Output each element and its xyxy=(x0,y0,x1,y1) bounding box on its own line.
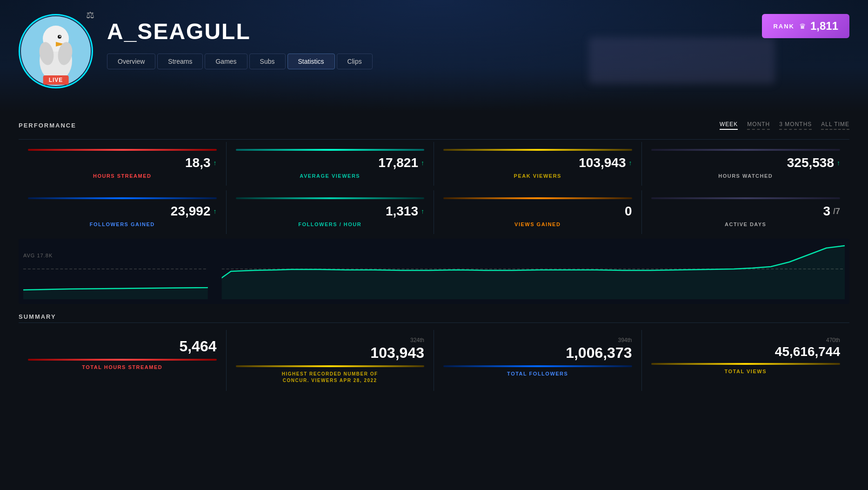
val-avg-viewers: 17,821 ↑ xyxy=(236,155,425,170)
chart-svg xyxy=(23,243,845,299)
trend-up-icon: ↑ xyxy=(421,208,424,215)
live-badge: LIVE xyxy=(43,75,69,85)
svg-point-5 xyxy=(60,36,61,37)
val-total-hours: 5,464 xyxy=(28,338,217,355)
label-active-days: ACTIVE DAYS xyxy=(651,222,841,227)
val-total-followers: 1,006,373 xyxy=(443,344,632,362)
streamer-name: A_SEAGULL xyxy=(107,19,373,44)
chart-avg-label: AVG 17.8K xyxy=(23,253,53,258)
trend-up-icon: ↑ xyxy=(214,159,217,167)
rank-total-views: 470th xyxy=(651,337,841,343)
rank-peak-viewers: 324th xyxy=(236,337,425,343)
bar-hours-watched xyxy=(651,149,841,151)
val-total-views: 45,616,744 xyxy=(651,344,841,359)
label-total-followers: TOTAL FOLLOWERS xyxy=(443,371,632,376)
val-followers-gained: 23,992 ↑ xyxy=(28,204,217,219)
trend-up-icon: ↑ xyxy=(421,159,424,167)
banner-blur xyxy=(589,37,775,84)
label-summary-peak: HIGHEST RECORDED NUMBER OFCONCUR. VIEWER… xyxy=(236,371,425,384)
avatar-wrapper: LIVE xyxy=(19,14,93,88)
bar-followers-gained xyxy=(28,197,217,199)
stat-peak-viewers: 103,943 ↑ PEAK VIEWERS xyxy=(434,142,642,186)
summary-title: SUMMARY xyxy=(19,313,849,320)
performance-chart: AVG 17.8K xyxy=(19,239,849,304)
bar-followers-per-hour xyxy=(236,197,425,199)
bar-summary-peak xyxy=(236,365,425,367)
header: LIVE ⚖ A_SEAGULL Overview Streams Games … xyxy=(0,0,868,112)
stat-followers-gained: 23,992 ↑ FOLLOWERS GAINED xyxy=(19,190,227,234)
tab-subs[interactable]: Subs xyxy=(249,54,286,69)
stat-followers-per-hour: 1,313 ↑ FOLLOWERS / HOUR xyxy=(227,190,434,234)
time-filters: WEEK MONTH 3 MONTHS ALL TIME xyxy=(720,121,849,130)
label-followers-per-hour: FOLLOWERS / HOUR xyxy=(236,222,425,227)
bar-views-gained xyxy=(443,197,632,199)
summary-peak-viewers: 324th 103,943 HIGHEST RECORDED NUMBER OF… xyxy=(227,330,434,391)
bar-total-hours xyxy=(28,359,217,361)
rank-badge: RANK ♛ 1,811 xyxy=(762,14,849,38)
summary-grid: 5,464 TOTAL HOURS STREAMED 324th 103,943… xyxy=(19,330,849,391)
label-hours-watched: HOURS WATCHED xyxy=(651,173,841,179)
svg-rect-10 xyxy=(208,243,222,299)
bar-avg-viewers xyxy=(236,149,425,151)
filter-month[interactable]: MONTH xyxy=(747,121,770,130)
val-summary-peak: 103,943 xyxy=(236,344,425,362)
stat-hours-watched: 325,538 ↑ HOURS WATCHED xyxy=(642,142,850,186)
divider-2 xyxy=(19,322,849,323)
performance-header: PERFORMANCE WEEK MONTH 3 MONTHS ALL TIME xyxy=(19,121,849,130)
bar-total-views xyxy=(651,363,841,365)
bar-peak-viewers xyxy=(443,149,632,151)
balance-icon: ⚖ xyxy=(86,9,94,20)
val-hours-watched: 325,538 ↑ xyxy=(651,155,841,170)
summary-section: SUMMARY 5,464 TOTAL HOURS STREAMED 324th… xyxy=(19,313,849,391)
tab-streams[interactable]: Streams xyxy=(157,54,203,69)
val-hours-streamed: 18,3 ↑ xyxy=(28,155,217,170)
rank-total-followers: 394th xyxy=(443,337,632,343)
label-total-views: TOTAL VIEWS xyxy=(651,369,841,374)
stat-avg-viewers: 17,821 ↑ AVERAGE VIEWERS xyxy=(227,142,434,186)
stats-row-2: 23,992 ↑ FOLLOWERS GAINED 1,313 ↑ FOLLOW… xyxy=(19,190,849,234)
summary-total-hours: 5,464 TOTAL HOURS STREAMED xyxy=(19,330,227,391)
summary-total-views: 470th 45,616,744 TOTAL VIEWS xyxy=(642,330,850,391)
svg-marker-9 xyxy=(23,246,845,299)
label-total-hours: TOTAL HOURS STREAMED xyxy=(28,364,217,370)
bar-hours-streamed xyxy=(28,149,217,151)
main-content: PERFORMANCE WEEK MONTH 3 MONTHS ALL TIME… xyxy=(0,112,868,400)
rank-label: RANK xyxy=(773,23,795,30)
bar-total-followers xyxy=(443,365,632,367)
label-avg-viewers: AVERAGE VIEWERS xyxy=(236,173,425,179)
header-info: A_SEAGULL Overview Streams Games Subs St… xyxy=(107,9,373,69)
label-peak-viewers: PEAK VIEWERS xyxy=(443,173,632,179)
summary-total-followers: 394th 1,006,373 TOTAL FOLLOWERS xyxy=(434,330,642,391)
trend-up-icon: ↑ xyxy=(837,159,840,167)
performance-title: PERFORMANCE xyxy=(19,122,76,129)
tab-clips[interactable]: Clips xyxy=(337,54,373,69)
val-followers-per-hour: 1,313 ↑ xyxy=(236,204,425,219)
nav-tabs: Overview Streams Games Subs Statistics C… xyxy=(107,54,373,69)
stat-hours-streamed: 18,3 ↑ HOURS STREAMED xyxy=(19,142,227,186)
stat-active-days: 3/7 ACTIVE DAYS xyxy=(642,190,850,234)
trend-up-icon: ↑ xyxy=(629,159,632,167)
tab-overview[interactable]: Overview xyxy=(107,54,155,69)
filter-3months[interactable]: 3 MONTHS xyxy=(779,121,812,130)
filter-alltime[interactable]: ALL TIME xyxy=(821,121,849,130)
tab-games[interactable]: Games xyxy=(205,54,247,69)
val-peak-viewers: 103,943 ↑ xyxy=(443,155,632,170)
rank-number: 1,811 xyxy=(810,20,838,33)
fraction-active-days: /7 xyxy=(833,207,840,216)
divider-1 xyxy=(19,139,849,140)
filter-week[interactable]: WEEK xyxy=(720,121,738,130)
stats-row-1: 18,3 ↑ HOURS STREAMED 17,821 ↑ AVERAGE V… xyxy=(19,142,849,186)
label-followers-gained: FOLLOWERS GAINED xyxy=(28,222,217,227)
label-hours-streamed: HOURS STREAMED xyxy=(28,173,217,179)
label-views-gained: VIEWS GAINED xyxy=(443,222,632,227)
val-views-gained: 0 xyxy=(443,204,632,219)
trend-up-icon: ↑ xyxy=(214,208,217,215)
bar-active-days xyxy=(651,197,841,199)
tab-statistics[interactable]: Statistics xyxy=(287,54,335,69)
stat-views-gained: 0 VIEWS GAINED xyxy=(434,190,642,234)
crown-icon: ♛ xyxy=(799,22,806,31)
val-active-days: 3/7 xyxy=(651,204,841,219)
